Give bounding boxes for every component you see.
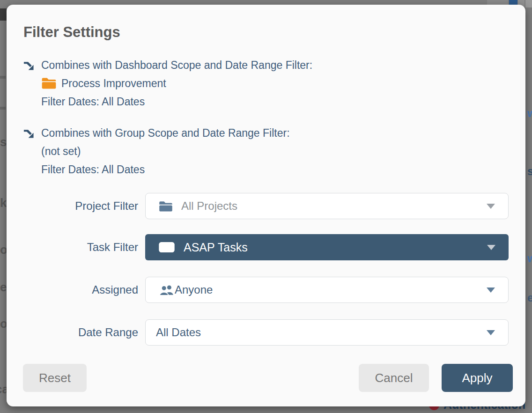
group-scope-summary: Combines with Group Scope and Date Range… xyxy=(23,124,290,179)
chevron-down-icon[interactable] xyxy=(487,245,495,250)
assigned-row: Assigned Anyone xyxy=(7,277,525,303)
summary-dates-line: Filter Dates: All Dates xyxy=(23,161,290,179)
scope-filter-dates: Filter Dates: All Dates xyxy=(41,163,145,176)
apply-button[interactable]: Apply xyxy=(442,364,513,392)
background-text-fragment: e xyxy=(0,280,7,295)
screen: { "modal": { "title": "Filter Settings",… xyxy=(0,0,532,413)
project-filter-select[interactable]: All Projects xyxy=(145,193,509,219)
arrow-down-right-icon xyxy=(23,60,34,71)
task-filter-row: Task Filter ASAP Tasks xyxy=(7,234,525,260)
cancel-button[interactable]: Cancel xyxy=(359,364,429,392)
summary-heading-line: Combines with Dashboard Scope and Date R… xyxy=(23,56,312,74)
project-filter-label: Project Filter xyxy=(23,193,138,219)
scope-group-value: (not set) xyxy=(41,145,81,157)
folder-icon xyxy=(158,241,175,253)
background-heading-fragment xyxy=(0,8,7,21)
project-filter-value: All Projects xyxy=(181,199,237,213)
summary-value-line: (not set) xyxy=(23,142,290,161)
dashboard-scope-summary: Combines with Dashboard Scope and Date R… xyxy=(23,56,312,111)
summary-heading-line: Combines with Group Scope and Date Range… xyxy=(23,124,290,142)
project-filter-row: Project Filter All Projects xyxy=(7,193,525,219)
task-filter-select[interactable]: ASAP Tasks xyxy=(145,234,509,260)
summary-heading: Combines with Group Scope and Date Range… xyxy=(41,127,290,139)
arrow-down-right-icon xyxy=(23,128,34,139)
assigned-label: Assigned xyxy=(23,277,138,303)
summary-dates-line: Filter Dates: All Dates xyxy=(23,93,312,111)
scope-project-name: Process Improvement xyxy=(61,77,166,89)
assigned-value: Anyone xyxy=(175,283,213,296)
background-text-fragment: s xyxy=(0,135,7,149)
background-dash-fragment xyxy=(0,76,6,79)
date-range-value: All Dates xyxy=(156,326,201,339)
chevron-down-icon[interactable] xyxy=(487,204,495,209)
background-text-fragment: w xyxy=(527,107,532,120)
background-toolbar-fragment xyxy=(525,0,532,7)
background-text-fragment: w xyxy=(527,252,532,265)
task-filter-value: ASAP Tasks xyxy=(184,241,248,254)
folder-icon xyxy=(41,77,57,89)
background-text-fragment: s xyxy=(527,165,532,178)
scope-filter-dates: Filter Dates: All Dates xyxy=(41,96,145,108)
chevron-down-icon[interactable] xyxy=(487,330,495,335)
filter-settings-dialog: Filter Settings Combines with Dashboard … xyxy=(7,5,525,406)
date-range-select[interactable]: All Dates xyxy=(145,319,509,346)
date-range-label: Date Range xyxy=(23,319,138,346)
background-dash-fragment xyxy=(0,107,6,110)
background-text-fragment: k xyxy=(0,196,7,210)
folder-icon xyxy=(159,200,173,212)
summary-value-line: Process Improvement xyxy=(23,74,312,93)
dialog-title: Filter Settings xyxy=(23,23,120,42)
reset-button[interactable]: Reset xyxy=(23,364,87,392)
summary-heading: Combines with Dashboard Scope and Date R… xyxy=(41,59,312,71)
chevron-down-icon[interactable] xyxy=(487,288,495,293)
assigned-select[interactable]: Anyone xyxy=(145,277,509,303)
users-icon xyxy=(159,284,174,296)
task-filter-label: Task Filter xyxy=(23,234,138,260)
background-text-fragment: e xyxy=(527,291,532,304)
date-range-row: Date Range All Dates xyxy=(7,319,525,346)
